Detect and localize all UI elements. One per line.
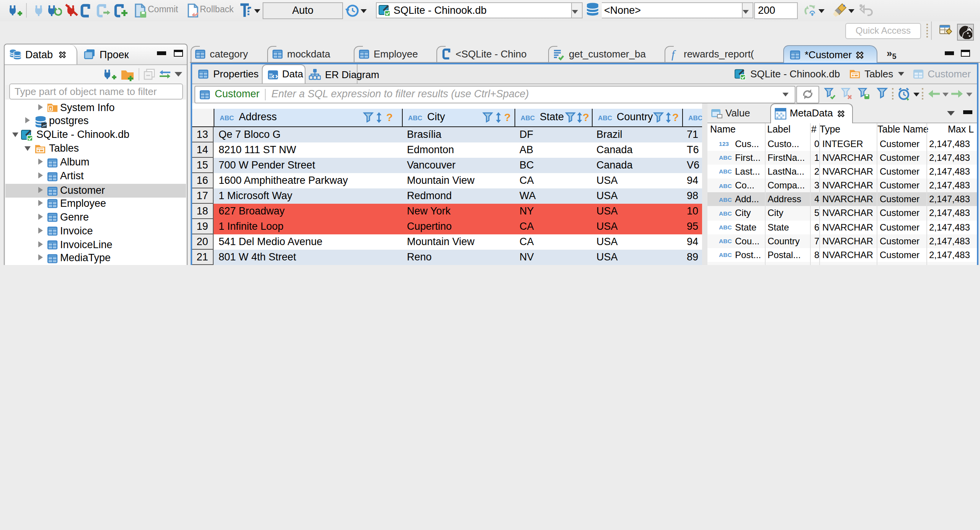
svg-text:f: f <box>671 48 676 60</box>
